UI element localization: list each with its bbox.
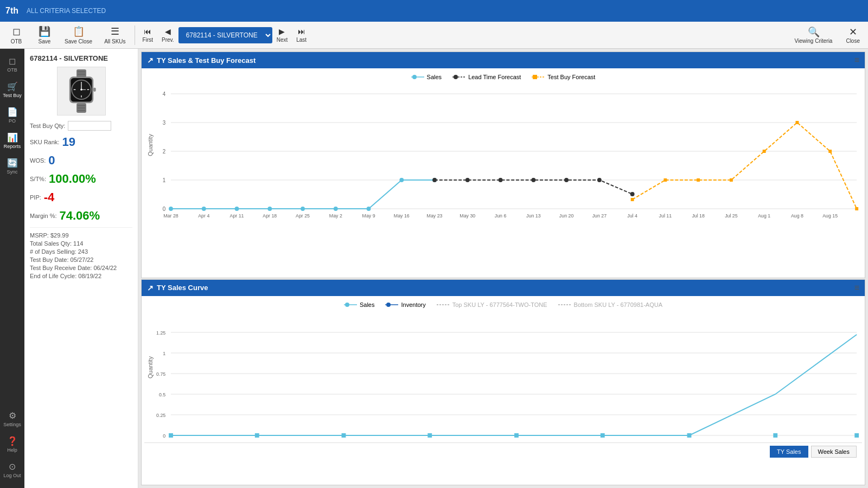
sidebar-item-reports[interactable]: 📊 Reports bbox=[0, 128, 24, 153]
save-button[interactable]: 💾 Save bbox=[31, 23, 58, 47]
save-close-button[interactable]: 📋 Save Close bbox=[59, 23, 98, 47]
legend2-top-sku-label: Top SKU LY - 6777564-TWO-TONE bbox=[452, 301, 547, 308]
prev-icon: ◀ bbox=[165, 27, 171, 36]
msrp-label: MSRP: bbox=[30, 232, 49, 239]
prev-label: Prev. bbox=[162, 37, 174, 43]
sidebar-item-help[interactable]: ❓ Help bbox=[0, 432, 24, 457]
sku-rank-row: SKU Rank: 19 bbox=[30, 135, 132, 149]
app-title: 7th bbox=[5, 6, 18, 16]
last-button[interactable]: ⏭ Last bbox=[292, 23, 311, 47]
sidebar-testbuy-label: Test Buy bbox=[3, 93, 22, 98]
otb-label: OTB bbox=[11, 38, 22, 44]
end-of-life-label: End of Life Cycle: bbox=[30, 273, 76, 279]
chart1-body: Sales Lead Time Forecast Test Buy Foreca… bbox=[142, 68, 865, 278]
legend2-sales-label: Sales bbox=[360, 301, 375, 308]
otb-button[interactable]: ◻ OTB bbox=[3, 23, 30, 47]
next-button[interactable]: ▶ Next bbox=[272, 23, 292, 47]
chart2-body: Sales Inventory Top SKU LY - 6777564-TWO… bbox=[142, 296, 865, 485]
pip-row: PIP: -4 bbox=[30, 190, 132, 204]
svg-text:Jun 13: Jun 13 bbox=[526, 213, 541, 219]
svg-text:May 16: May 16 bbox=[768, 440, 783, 441]
svg-text:Jul 25: Jul 25 bbox=[725, 213, 738, 219]
first-icon: ⏮ bbox=[144, 27, 151, 36]
legend2-inventory-label: Inventory bbox=[401, 301, 425, 308]
end-of-life-row: End of Life Cycle: 08/19/22 bbox=[30, 273, 132, 279]
wos-value: 0 bbox=[48, 153, 55, 168]
svg-text:Jul 18: Jul 18 bbox=[692, 213, 705, 219]
svg-rect-106 bbox=[514, 433, 519, 438]
main-layout: ◻ OTB 🛒 Test Buy 📄 PO 📊 Reports 🔄 Sync ⚙… bbox=[0, 49, 868, 488]
svg-text:May 2: May 2 bbox=[329, 213, 342, 219]
ty-sales-tab[interactable]: TY Sales bbox=[770, 446, 808, 458]
test-buy-date-value: 05/27/22 bbox=[71, 256, 94, 263]
svg-rect-19 bbox=[93, 88, 95, 92]
close-label: Close bbox=[846, 38, 860, 44]
svg-text:May 9: May 9 bbox=[682, 440, 695, 441]
total-sales-row: Total Sales Qty: 114 bbox=[30, 240, 132, 247]
bottom-tabs: TY Sales Week Sales bbox=[144, 442, 862, 460]
left-panel: 6782114 - SILVERTONE bbox=[24, 49, 138, 488]
all-skus-button[interactable]: ☰ All SKUs bbox=[99, 23, 131, 47]
svg-text:2: 2 bbox=[163, 149, 165, 155]
svg-text:4: 4 bbox=[163, 91, 166, 97]
svg-text:0.75: 0.75 bbox=[156, 371, 165, 377]
all-skus-label: All SKUs bbox=[104, 38, 125, 44]
chart2-svg: Quantity 1.25 1 0.75 0.5 0.25 0 bbox=[144, 311, 862, 441]
close-button[interactable]: ✕ Close bbox=[840, 24, 865, 46]
svg-rect-56 bbox=[730, 178, 733, 182]
viewing-criteria-button[interactable]: 🔍 Viewing Criteria bbox=[789, 24, 838, 46]
svg-text:Jun 6: Jun 6 bbox=[495, 213, 507, 219]
svg-text:Apr 4: Apr 4 bbox=[251, 440, 263, 441]
sidebar-item-sync[interactable]: 🔄 Sync bbox=[0, 153, 24, 179]
chart2-header: ↗ TY Sales Curve ≡ bbox=[142, 280, 865, 296]
first-button[interactable]: ⏮ First bbox=[138, 23, 157, 47]
chart2-title: ↗ TY Sales Curve bbox=[147, 284, 208, 292]
product-title: 6782114 - SILVERTONE bbox=[30, 54, 132, 62]
chart2-menu-icon[interactable]: ≡ bbox=[854, 283, 859, 293]
svg-text:Aug 15: Aug 15 bbox=[822, 213, 838, 219]
svg-text:May 16: May 16 bbox=[394, 213, 410, 219]
legend-test-buy-label: Test Buy Forecast bbox=[547, 74, 595, 80]
last-label: Last bbox=[296, 37, 307, 43]
chart1-header-right: ≡ bbox=[854, 55, 859, 65]
svg-rect-55 bbox=[697, 178, 700, 182]
help-sidebar-icon: ❓ bbox=[7, 436, 18, 446]
svg-text:Quantity: Quantity bbox=[147, 356, 154, 378]
svg-point-44 bbox=[399, 178, 404, 182]
svg-text:3: 3 bbox=[163, 120, 166, 126]
test-buy-qty-input[interactable] bbox=[68, 121, 111, 131]
sidebar-item-po[interactable]: 📄 PO bbox=[0, 102, 24, 128]
chart1-header: ↗ TY Sales & Test Buy Forecast ≡ bbox=[142, 52, 865, 68]
svg-text:Jul 11: Jul 11 bbox=[659, 213, 672, 219]
sidebar-item-otb[interactable]: ◻ OTB bbox=[0, 52, 24, 77]
nav-controls: ⏮ First ◀ Prev. 6782114 - SILVERTONE ▶ N… bbox=[138, 23, 311, 47]
sidebar-item-testbuy[interactable]: 🛒 Test Buy bbox=[0, 77, 24, 102]
sidebar-item-logout[interactable]: ⊙ Log Out bbox=[1, 457, 23, 483]
test-buy-qty-row: Test Buy Qty: bbox=[30, 121, 132, 131]
svg-point-52 bbox=[630, 192, 635, 196]
top-bar: 7th ALL CRITERIA SELECTED bbox=[0, 0, 868, 22]
svg-point-37 bbox=[169, 207, 173, 211]
sidebar-po-label: PO bbox=[9, 118, 16, 124]
legend-sales: Sales bbox=[411, 74, 442, 80]
svg-rect-103 bbox=[255, 433, 259, 438]
svg-text:May 2: May 2 bbox=[596, 440, 609, 441]
prev-button[interactable]: ◀ Prev. bbox=[157, 23, 178, 47]
legend2-top-sku: Top SKU LY - 6777564-TWO-TONE bbox=[437, 301, 547, 308]
sku-dropdown[interactable]: 6782114 - SILVERTONE bbox=[178, 27, 272, 43]
svg-text:May 9: May 9 bbox=[362, 213, 375, 219]
st-row: S/T%: 100.00% bbox=[30, 172, 132, 186]
sidebar-item-settings[interactable]: ⚙ Settings bbox=[0, 406, 24, 432]
svg-rect-107 bbox=[601, 433, 605, 438]
chart1-expand-icon: ↗ bbox=[147, 56, 154, 65]
svg-text:0: 0 bbox=[163, 206, 166, 212]
week-sales-tab[interactable]: Week Sales bbox=[811, 446, 857, 458]
chart1-menu-icon[interactable]: ≡ bbox=[854, 55, 859, 65]
test-buy-receive-row: Test Buy Receive Date: 06/24/22 bbox=[30, 265, 132, 271]
chart1-title: ↗ TY Sales & Test Buy Forecast bbox=[147, 56, 256, 65]
svg-point-42 bbox=[334, 207, 338, 211]
chart2-legend: Sales Inventory Top SKU LY - 6777564-TWO… bbox=[144, 299, 862, 311]
svg-rect-59 bbox=[828, 150, 832, 153]
test-buy-date-row: Test Buy Date: 05/27/22 bbox=[30, 256, 132, 263]
save-icon: 💾 bbox=[39, 25, 50, 37]
